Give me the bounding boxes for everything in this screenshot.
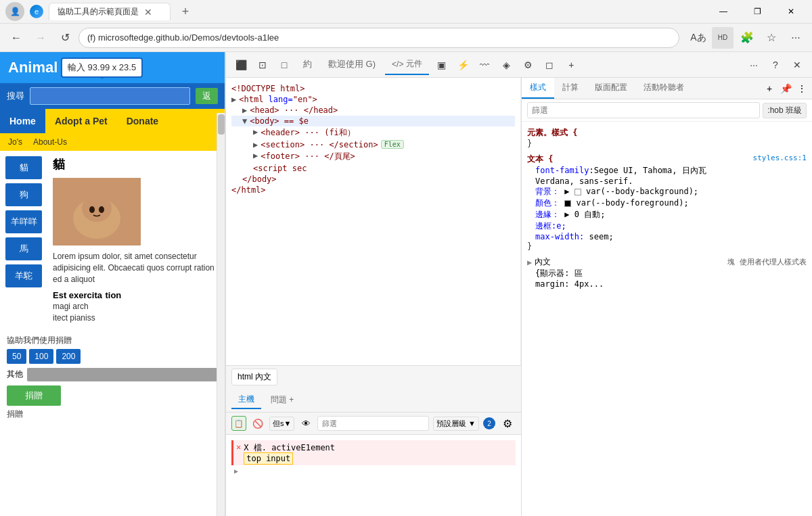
address-bar[interactable]: (f) microsoftedge.github.io/Demos/devtoo… [78,28,679,48]
styles-tab-listeners[interactable]: 活動聆聽者 [635,78,692,99]
internal-expand-arrow[interactable]: ▶ [527,258,532,267]
devtools-settings-button[interactable]: ⚙ [518,55,537,74]
devtools-add-button[interactable]: + [562,55,581,74]
title-bar-left: 👤 e 協助工具的示範頁面是 ✕ + [5,2,195,21]
page-search: 搜尋 返 [0,83,225,109]
styles-overflow-button[interactable]: ⋮ [794,81,809,96]
section-expander[interactable]: ▶ [253,140,258,149]
body-expander[interactable]: ▼ [242,116,247,126]
favorites-button[interactable]: ☆ [761,27,782,49]
search-input[interactable] [30,87,190,105]
devtools-screenshot-button[interactable]: □ [275,55,294,74]
body-properties: font-family:Segoe UI, Tahoma, 日內瓦 Verdan… [527,165,807,241]
internal-properties: {顯示器: 區 margin: 4px... [527,268,807,289]
devtools-performance-button[interactable]: ⚡ [453,55,472,74]
sidebar-item-cat[interactable]: 貓 [5,156,42,179]
styles-right-buttons: + 📌 ⋮ [759,78,812,99]
devtools-console-button[interactable]: ▣ [432,55,451,74]
head-expander[interactable]: ▶ [242,105,247,115]
donate-100-button[interactable]: 100 [29,349,53,364]
devtools-tab-inspector[interactable]: </> 元件 [385,54,429,75]
nav-home[interactable]: Home [0,109,45,133]
console-filter-dropdown[interactable]: 但s▼ [269,417,294,431]
back-button[interactable]: ← [5,27,27,49]
sidebar-item-dog[interactable]: 狗 [5,183,42,206]
styles-tab-computed[interactable]: 計算 [554,78,587,99]
header-expander[interactable]: ▶ [253,127,258,137]
styles-add-button[interactable]: + [762,81,777,96]
extension-button[interactable]: 🧩 [736,27,758,49]
console-main-tab[interactable]: 主機 [231,391,261,409]
console-filter-input[interactable] [317,416,429,431]
forward-button[interactable]: → [30,27,51,49]
html-panel: <!DOCTYPE html> ▶ <html lang="en"> ▶ <he… [226,78,521,365]
sidebar-item-horse[interactable]: 馬 [5,237,42,260]
sidebar-item-sheep[interactable]: 羊咩咩 [5,210,42,233]
devtools-inspect-button[interactable]: ⬛ [231,55,250,74]
styles-tabs: 樣式 計算 版面配置 活動聆聽者 + 📌 ⋮ [522,78,812,99]
devtools-responsive-button[interactable]: ⊡ [253,55,272,74]
styles-link[interactable]: styles.css:1 [753,154,807,165]
devtools-help-button[interactable]: ? [766,55,785,74]
footer-expander[interactable]: ▶ [253,151,258,160]
nav-adopt[interactable]: Adopt a Pet [45,109,117,133]
subnav-jos[interactable]: Jo's [5,136,25,148]
scrollbar-thumb[interactable] [218,114,225,135]
console-settings-button[interactable]: ⚙ [499,415,516,431]
console-issues-tab[interactable]: 問題 + [264,392,300,408]
browser-tab[interactable]: 協助工具的示範頁面是 ✕ [49,3,171,20]
more-button[interactable]: ··· [785,27,807,49]
console-clear-button[interactable]: 🚫 [250,416,265,431]
doctype-text: <!DOCTYPE html> [231,84,304,93]
left-sidebar: 貓 狗 羊咩咩 馬 羊駝 [0,151,47,329]
subnav-about[interactable]: About-Us [30,136,70,148]
new-tab-button[interactable]: + [176,2,195,21]
devtools-application-button[interactable]: ◻ [540,55,559,74]
page-header: 輸入 93.99 x 23.5 Animal Shelter [0,52,225,83]
navigation-bar: ← → ↺ (f) microsoftedge.github.io/Demos/… [0,24,812,52]
prop-background: 背景： ▶ var(--body-background); [535,186,807,197]
tab-close-button[interactable]: ✕ [144,7,152,18]
donate-submit-button[interactable]: 捐贈 [7,385,61,406]
cat-image-inner [53,178,141,245]
html-line-script: <script sec [231,163,515,174]
page-scrollbar[interactable] [217,113,225,516]
styles-tab-layout[interactable]: 版面配置 [587,78,635,99]
refresh-button[interactable]: ↺ [54,27,76,49]
search-go-button[interactable]: 返 [196,88,218,104]
styles-filter-input[interactable] [527,102,760,118]
margin-prop: margin: 4px... [535,279,807,289]
restore-button[interactable]: ❐ [742,2,773,21]
devtools-toolbar: ⬛ ⊡ □ 約 歡迎使用 G) </> 元件 ▣ ⚡ 〰 ◈ ⚙ ◻ + [226,52,812,78]
devtools-network-button[interactable]: 〰 [475,55,494,74]
devtools-tab-about[interactable]: 約 [296,54,319,76]
console-new-button[interactable]: 📋 [231,416,246,431]
sidebar-item-alpaca[interactable]: 羊駝 [5,264,42,287]
devtools-close-button[interactable]: ✕ [788,55,807,74]
nav-donate[interactable]: Donate [117,109,168,133]
html-tab-button[interactable]: html 內文 [231,369,277,385]
donation-other-input[interactable] [27,368,218,381]
styles-pin-button[interactable]: 📌 [778,81,793,96]
lorem-more-text: magi arch [53,301,219,312]
donate-50-button[interactable]: 50 [7,349,26,364]
svg-point-2 [82,195,112,222]
donation-other: 其他 [7,368,218,381]
minimize-button[interactable]: — [708,2,739,21]
console-eye-button[interactable]: 👁 [298,416,313,431]
donate-200-button[interactable]: 200 [56,349,81,364]
html-line-close-body: </body> [231,174,515,185]
styles-tab-styles[interactable]: 樣式 [522,78,554,99]
lorem-text: Lorem ipsum dolor, sit amet consectetur … [53,251,219,285]
close-button[interactable]: ✕ [775,2,807,21]
read-aloud-button[interactable]: Aあ [687,27,709,49]
hd-button[interactable]: HD [712,27,734,49]
devtools-source-button[interactable]: ◈ [497,55,516,74]
devtools-tab-welcome[interactable]: 歡迎使用 G) [321,54,382,76]
devtools-overflow-button[interactable]: ··· [744,55,763,74]
console-error-entry: ✕ X 檔. activeE1ement top input [231,440,516,465]
console-expand-arrow[interactable]: ▶ [234,467,238,475]
body-styles-rule: 文本 { styles.css:1 font-family:Segoe UI, … [527,154,807,251]
html-expander[interactable]: ▶ [231,95,236,104]
console-level-select[interactable]: 預設層級 ▼ [433,417,479,431]
